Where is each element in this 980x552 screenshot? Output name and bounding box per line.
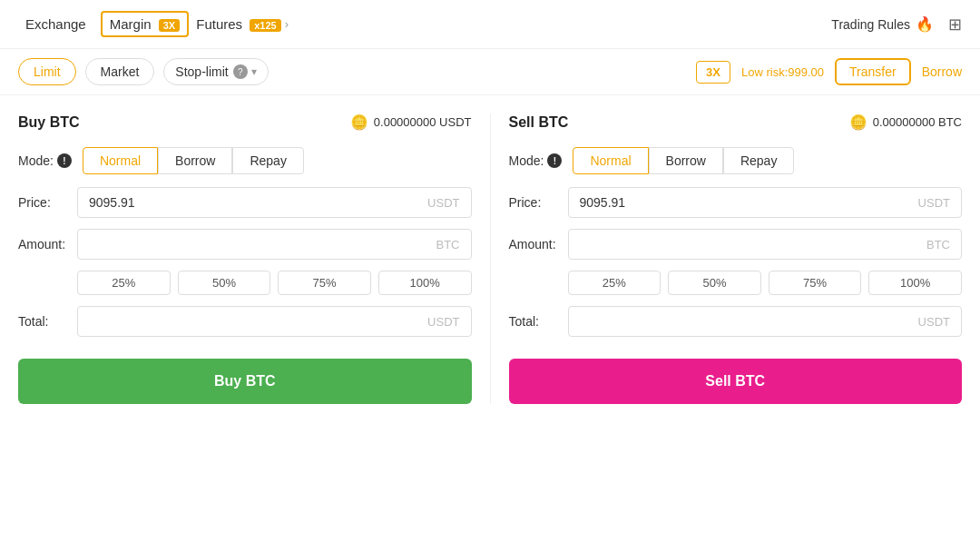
- sell-amount-label: Amount:: [509, 237, 568, 251]
- stop-limit-btn[interactable]: Stop-limit ? ▾: [163, 58, 268, 85]
- buy-price-field[interactable]: [89, 195, 427, 210]
- sell-amount-input[interactable]: BTC: [568, 229, 963, 260]
- panel-divider: [490, 113, 491, 404]
- sell-mode-row: Mode: ! Normal Borrow Repay: [509, 147, 963, 174]
- sell-wallet-icon: 🪙: [849, 113, 867, 131]
- sell-total-unit: USDT: [918, 315, 950, 329]
- buy-price-input[interactable]: USDT: [77, 187, 472, 218]
- sell-price-input[interactable]: USDT: [568, 187, 963, 218]
- chevron-down-icon: ▾: [251, 65, 257, 78]
- stop-limit-info-icon: ?: [233, 64, 248, 79]
- risk-info: Low risk:999.00: [741, 65, 824, 79]
- sell-mode-buttons: Normal Borrow Repay: [573, 147, 794, 174]
- buy-panel-title: Buy BTC: [18, 114, 80, 131]
- sell-total-row: Total: USDT: [509, 306, 963, 337]
- right-controls: 3X Low risk:999.00 Transfer Borrow: [696, 58, 962, 85]
- buy-balance-info: 🪙 0.00000000 USDT: [350, 113, 472, 131]
- buy-price-row: Price: USDT: [18, 187, 472, 218]
- nav-futures[interactable]: Futures x125: [196, 16, 281, 32]
- buy-mode-row: Mode: ! Normal Borrow Repay: [18, 147, 472, 174]
- sell-75pct-btn[interactable]: 75%: [769, 271, 862, 295]
- sell-price-unit: USDT: [918, 196, 950, 210]
- transfer-btn[interactable]: Transfer: [835, 58, 911, 85]
- buy-pct-row: 25% 50% 75% 100%: [18, 271, 472, 295]
- sell-total-label: Total:: [509, 314, 568, 329]
- buy-100pct-btn[interactable]: 100%: [378, 271, 472, 295]
- buy-total-unit: USDT: [427, 315, 459, 329]
- sell-balance-info: 🪙 0.00000000 BTC: [849, 113, 962, 131]
- margin-badge: 3X: [159, 19, 180, 32]
- market-btn[interactable]: Market: [85, 58, 155, 85]
- buy-mode-buttons: Normal Borrow Repay: [83, 147, 304, 174]
- sell-price-field[interactable]: [580, 195, 918, 210]
- sell-mode-label: Mode: !: [509, 153, 563, 168]
- sell-amount-field[interactable]: [580, 237, 927, 251]
- buy-amount-unit: BTC: [436, 238, 460, 251]
- trading-area: Buy BTC 🪙 0.00000000 USDT Mode: ! Normal…: [0, 95, 980, 422]
- main-container: Exchange Margin 3X Futures x125 › Tradin…: [0, 0, 980, 552]
- sell-total-field[interactable]: [580, 314, 918, 329]
- limit-btn[interactable]: Limit: [18, 58, 76, 85]
- buy-normal-btn[interactable]: Normal: [83, 147, 158, 174]
- nav-margin[interactable]: Margin 3X: [101, 11, 190, 37]
- buy-price-label: Price:: [18, 195, 77, 210]
- sell-25pct-btn[interactable]: 25%: [568, 271, 662, 295]
- buy-total-label: Total:: [18, 314, 77, 329]
- buy-repay-btn[interactable]: Repay: [232, 147, 303, 174]
- mode-info-icon[interactable]: !: [57, 153, 72, 168]
- leverage-badge[interactable]: 3X: [696, 61, 730, 84]
- futures-badge: x125: [250, 19, 280, 32]
- sell-panel: Sell BTC 🪙 0.00000000 BTC Mode: ! Normal…: [509, 113, 963, 404]
- sell-pct-row: 25% 50% 75% 100%: [509, 271, 963, 295]
- buy-50pct-btn[interactable]: 50%: [178, 271, 271, 295]
- buy-total-input[interactable]: USDT: [77, 306, 472, 337]
- wallet-icon: 🪙: [350, 113, 368, 131]
- fire-icon: 🔥: [916, 15, 934, 33]
- sell-repay-btn[interactable]: Repay: [723, 147, 794, 174]
- buy-mode-label: Mode: !: [18, 153, 72, 168]
- trading-rules-btn[interactable]: Trading Rules 🔥: [831, 15, 934, 33]
- sell-borrow-btn[interactable]: Borrow: [649, 147, 723, 174]
- buy-action-btn[interactable]: Buy BTC: [18, 359, 472, 404]
- buy-total-row: Total: USDT: [18, 306, 472, 337]
- buy-price-unit: USDT: [427, 196, 459, 210]
- futures-arrow-icon[interactable]: ›: [285, 17, 289, 31]
- sell-amount-unit: BTC: [926, 238, 950, 251]
- sell-price-label: Price:: [509, 195, 568, 210]
- sell-action-btn[interactable]: Sell BTC: [509, 359, 963, 404]
- buy-amount-label: Amount:: [18, 237, 77, 251]
- buy-75pct-btn[interactable]: 75%: [278, 271, 371, 295]
- buy-borrow-btn[interactable]: Borrow: [158, 147, 232, 174]
- top-nav: Exchange Margin 3X Futures x125 › Tradin…: [0, 0, 980, 49]
- nav-exchange[interactable]: Exchange: [18, 13, 93, 35]
- sell-50pct-btn[interactable]: 50%: [668, 271, 761, 295]
- buy-25pct-btn[interactable]: 25%: [77, 271, 171, 295]
- sell-mode-info-icon[interactable]: !: [547, 153, 562, 168]
- sell-panel-title: Sell BTC: [509, 114, 569, 131]
- buy-amount-field[interactable]: [89, 237, 436, 251]
- sell-normal-btn[interactable]: Normal: [573, 147, 648, 174]
- buy-amount-row: Amount: BTC: [18, 229, 472, 260]
- buy-panel-header: Buy BTC 🪙 0.00000000 USDT: [18, 113, 472, 131]
- buy-amount-input[interactable]: BTC: [77, 229, 472, 260]
- sell-price-row: Price: USDT: [509, 187, 963, 218]
- order-type-bar: Limit Market Stop-limit ? ▾ 3X Low risk:…: [0, 49, 980, 95]
- buy-panel: Buy BTC 🪙 0.00000000 USDT Mode: ! Normal…: [18, 113, 472, 404]
- borrow-top-btn[interactable]: Borrow: [922, 64, 962, 79]
- calculator-icon[interactable]: ⊞: [948, 15, 962, 34]
- sell-amount-row: Amount: BTC: [509, 229, 963, 260]
- sell-100pct-btn[interactable]: 100%: [868, 271, 962, 295]
- sell-panel-header: Sell BTC 🪙 0.00000000 BTC: [509, 113, 963, 131]
- buy-total-field[interactable]: [89, 314, 427, 329]
- sell-total-input[interactable]: USDT: [568, 306, 963, 337]
